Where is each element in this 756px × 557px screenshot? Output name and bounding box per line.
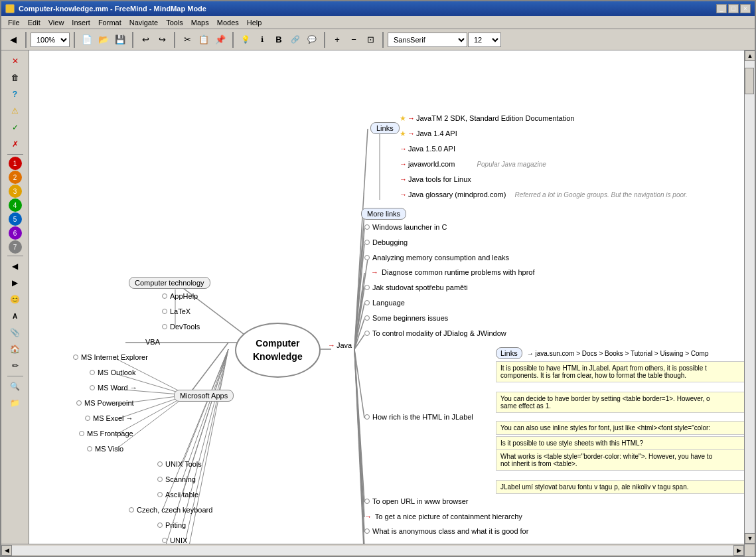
node-ms-outlook[interactable]: MS Outlook — [90, 368, 135, 376]
lp-home-btn[interactable]: 🏠 — [5, 341, 25, 357]
node-ms-excel[interactable]: MS Excel → — [85, 414, 133, 422]
link-button[interactable]: 🔗 — [287, 32, 303, 48]
node-printing[interactable]: Priting — [157, 521, 186, 529]
lp-arrow-right-btn[interactable]: ▶ — [5, 275, 25, 291]
lp-trash-btn[interactable]: 🗑 — [5, 70, 25, 86]
lp-close-btn[interactable]: ✕ — [5, 53, 25, 69]
node-javaworld[interactable]: →javaworld.com Popular Java magazine — [400, 160, 546, 168]
lp-smile-btn[interactable]: 😊 — [5, 291, 25, 307]
node-ms-visio[interactable]: MS Visio — [87, 445, 123, 453]
node-microsoft-apps[interactable]: Microsoft Apps — [174, 390, 234, 402]
scroll-down-button[interactable]: ▼ — [745, 533, 755, 544]
redo-button[interactable]: ↪ — [154, 32, 170, 48]
menu-maps[interactable]: Maps — [187, 17, 213, 28]
node-anonymous[interactable]: What is anonymous class and what it is g… — [364, 527, 528, 535]
node-java-linux[interactable]: →Java tools for Linux — [400, 175, 471, 183]
scroll-up-button[interactable]: ▲ — [745, 50, 755, 61]
node-windows-launcher[interactable]: Windows launcher in C — [364, 223, 447, 231]
fontsize-select[interactable]: 12 10 14 16 — [468, 33, 501, 47]
lp-warning-btn[interactable]: ⚠ — [5, 103, 25, 119]
copy-button[interactable]: 📋 — [196, 32, 212, 48]
comment-button[interactable]: 💬 — [304, 32, 320, 48]
lp-6-btn[interactable]: 6 — [9, 226, 22, 240]
back-button[interactable]: ◀ — [5, 32, 21, 48]
lp-x-btn[interactable]: ✗ — [5, 136, 25, 152]
node-beginners[interactable]: Some beginners issues — [364, 314, 448, 322]
maximize-button[interactable]: □ — [728, 4, 739, 13]
bold-button[interactable]: B — [271, 32, 287, 48]
menu-modes[interactable]: Modes — [213, 17, 243, 28]
node-latex[interactable]: LaTeX — [162, 307, 190, 315]
lp-clip-btn[interactable]: 📎 — [5, 325, 25, 341]
node-diagnose[interactable]: → Diagnose common runtime problems with … — [371, 268, 535, 276]
cut-button[interactable]: ✂ — [179, 32, 195, 48]
menu-navigate[interactable]: Navigate — [125, 17, 162, 28]
node-analyzing[interactable]: Analyzing memory consumption and leaks — [364, 254, 509, 262]
scroll-thumb-v[interactable] — [745, 68, 754, 94]
menu-tools[interactable]: Tools — [162, 17, 187, 28]
scroll-track-h[interactable] — [12, 546, 733, 555]
paste-button[interactable]: 📌 — [212, 32, 228, 48]
lp-text-btn[interactable]: A — [5, 308, 25, 324]
node-control-modality[interactable]: To control modality of JDialog & JWindow — [364, 329, 506, 337]
lp-5-btn[interactable]: 5 — [9, 212, 22, 226]
node-scanning[interactable]: Scanning — [157, 475, 196, 483]
node-devtools[interactable]: DevTools — [162, 323, 200, 331]
node-java-sdk[interactable]: ★→JavaTM 2 SDK, Standard Edition Documen… — [400, 114, 574, 123]
node-language[interactable]: Language — [364, 299, 405, 307]
lp-3-btn[interactable]: 3 — [9, 185, 22, 198]
lp-1-btn[interactable]: 1 — [9, 157, 22, 170]
scrollbar-vertical[interactable]: ▲ ▼ — [744, 50, 755, 544]
lp-arrow-left-btn[interactable]: ◀ — [5, 258, 25, 274]
node-open-url[interactable]: To open URL in www browser — [364, 497, 468, 505]
menu-insert[interactable]: Insert — [68, 17, 94, 28]
menu-help[interactable]: Help — [243, 17, 266, 28]
lp-7-btn[interactable]: 7 — [9, 240, 22, 254]
node-java14[interactable]: ★→Java 1.4 API — [400, 129, 457, 138]
node-center[interactable]: ComputerKnowledge — [235, 323, 321, 378]
scroll-right-button[interactable]: ▶ — [733, 545, 744, 556]
node-ms-ie[interactable]: MS Internet Explorer — [73, 353, 148, 361]
menu-view[interactable]: View — [44, 17, 68, 28]
node-debugging[interactable]: Debugging — [364, 238, 408, 246]
node-add-button[interactable]: 💡 — [238, 32, 254, 48]
scroll-left-button[interactable]: ◀ — [1, 545, 12, 556]
lp-folder-btn[interactable]: 📁 — [5, 395, 25, 411]
menu-format[interactable]: Format — [94, 17, 125, 28]
node-ms-powerpoint[interactable]: MS Powerpoint — [76, 399, 134, 407]
node-ascii-table[interactable]: Ascii table — [157, 491, 198, 499]
menu-file[interactable]: File — [4, 17, 24, 28]
node-unix[interactable]: UNIX — [162, 536, 187, 544]
node-java15[interactable]: →Java 1.5.0 API — [400, 145, 455, 153]
node-java[interactable]: →Java — [328, 341, 352, 349]
node-java-glossary[interactable]: →Java glossary (mindprod.com) Referred a… — [400, 191, 688, 199]
node-ms-word[interactable]: MS Word → — [90, 384, 137, 392]
menu-edit[interactable]: Edit — [24, 17, 44, 28]
lp-pencil-btn[interactable]: ✏ — [5, 358, 25, 374]
node-computer-tech[interactable]: Computer technology — [129, 277, 210, 289]
lp-search-btn[interactable]: 🔍 — [5, 378, 25, 394]
lp-2-btn[interactable]: 2 — [9, 171, 22, 184]
lp-check-btn[interactable]: ✓ — [5, 119, 25, 135]
minimize-button[interactable]: _ — [716, 4, 727, 13]
node-ms-frontpage[interactable]: MS Frontpage — [79, 430, 133, 438]
node-get-picture[interactable]: → To get a nice picture of containment h… — [364, 513, 522, 520]
node-unix-tools[interactable]: UNIX Tools — [157, 460, 202, 468]
info-button[interactable]: ℹ — [254, 32, 270, 48]
font-select[interactable]: SansSerif Serif Monospaced — [388, 33, 467, 47]
node-how-rich[interactable]: How rich is the HTML in JLabel — [364, 413, 473, 421]
save-button[interactable]: 💾 — [112, 32, 128, 48]
zoom-in-button[interactable]: + — [329, 32, 345, 48]
node-czech-keyboard[interactable]: Czech, czech keyboard — [129, 506, 212, 514]
zoom-fit-button[interactable]: ⊡ — [362, 32, 378, 48]
node-links-panel[interactable]: Links → java.sun.com > Docs > Books > Tu… — [496, 347, 708, 359]
lp-4-btn[interactable]: 4 — [9, 199, 22, 212]
new-button[interactable]: 📄 — [79, 32, 95, 48]
scroll-track-v[interactable] — [745, 61, 755, 533]
node-morelinks[interactable]: More links — [361, 208, 406, 220]
zoom-out-button[interactable]: − — [346, 32, 362, 48]
close-button[interactable]: × — [740, 4, 751, 13]
node-vba[interactable]: VBA — [145, 338, 160, 346]
node-jak[interactable]: Jak studovat spotřebu paměti — [364, 283, 468, 291]
node-apphelp[interactable]: AppHelp — [162, 292, 198, 300]
